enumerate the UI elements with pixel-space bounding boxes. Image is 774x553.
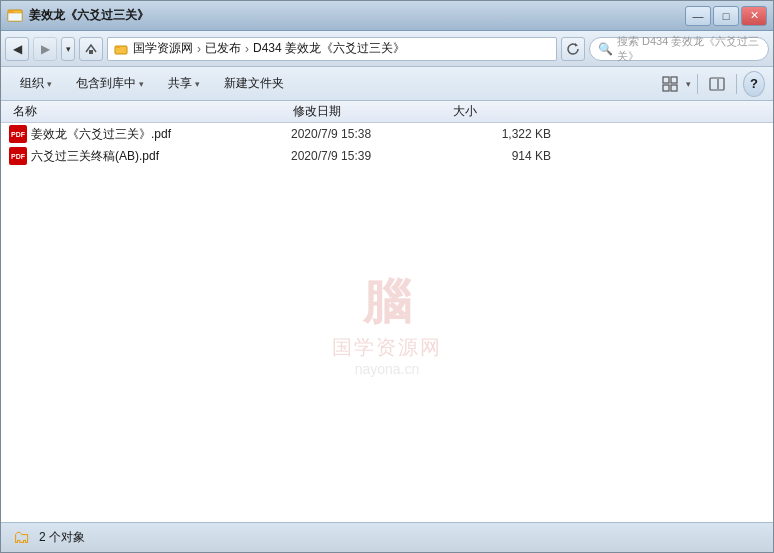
share-button[interactable]: 共享 ▾: [157, 71, 211, 97]
svg-rect-6: [663, 77, 669, 83]
svg-rect-1: [8, 13, 22, 21]
status-folder-icon: 🗂: [13, 527, 31, 548]
window-icon: [7, 8, 23, 24]
watermark: 腦 国学资源网 nayona.cn: [332, 269, 442, 376]
window-controls: — □ ✕: [685, 6, 767, 26]
file-name: 六爻过三关终稿(AB).pdf: [31, 148, 291, 165]
toolbar-separator: [697, 74, 698, 94]
maximize-button[interactable]: □: [713, 6, 739, 26]
table-row[interactable]: PDF 姜效龙《六爻过三关》.pdf 2020/7/9 15:38 1,322 …: [1, 123, 773, 145]
svg-rect-2: [9, 11, 14, 13]
search-placeholder: 搜索 D434 姜效龙《六爻过三关》: [617, 34, 760, 64]
path-segment-3: D434 姜效龙《六爻过三关》: [253, 40, 405, 57]
status-count: 2 个对象: [39, 529, 85, 546]
path-segment-2: 已发布: [205, 40, 241, 57]
organize-dropdown-arrow: ▾: [47, 79, 52, 89]
svg-rect-7: [671, 77, 677, 83]
view-button[interactable]: [657, 71, 683, 97]
file-name: 姜效龙《六爻过三关》.pdf: [31, 126, 291, 143]
file-size: 914 KB: [451, 149, 551, 163]
watermark-logo: 腦: [332, 269, 442, 333]
help-button[interactable]: ?: [743, 71, 765, 97]
refresh-button[interactable]: [561, 37, 585, 61]
column-header-date[interactable]: 修改日期: [289, 103, 449, 120]
file-date: 2020/7/9 15:38: [291, 127, 451, 141]
view-dropdown-arrow[interactable]: ▾: [686, 79, 691, 89]
nav-dropdown-button[interactable]: ▾: [61, 37, 75, 61]
svg-rect-3: [89, 50, 93, 54]
search-icon: 🔍: [598, 42, 613, 56]
share-dropdown-arrow: ▾: [195, 79, 200, 89]
organize-button[interactable]: 组织 ▾: [9, 71, 63, 97]
title-bar: 姜效龙《六爻过三关》 — □ ✕: [1, 1, 773, 31]
file-list: 腦 国学资源网 nayona.cn PDF 姜效龙《六爻过三关》.pdf 202…: [1, 123, 773, 522]
watermark-url: nayona.cn: [332, 360, 442, 376]
svg-rect-10: [710, 78, 724, 90]
status-bar: 🗂 2 个对象: [1, 522, 773, 552]
file-size: 1,322 KB: [451, 127, 551, 141]
file-date: 2020/7/9 15:39: [291, 149, 451, 163]
preview-pane-button[interactable]: [704, 71, 730, 97]
back-button[interactable]: ◀: [5, 37, 29, 61]
address-bar: ◀ ▶ ▾ 国学资源网 › 已发布 › D434 姜效龙《六爻过三关》: [1, 31, 773, 67]
toolbar: 组织 ▾ 包含到库中 ▾ 共享 ▾ 新建文件夹 ▾: [1, 67, 773, 101]
column-header-size[interactable]: 大小: [449, 103, 549, 120]
svg-rect-9: [671, 85, 677, 91]
new-folder-button[interactable]: 新建文件夹: [213, 71, 295, 97]
window-title: 姜效龙《六爻过三关》: [29, 7, 685, 24]
explorer-window: 姜效龙《六爻过三关》 — □ ✕ ◀ ▶ ▾ 国学资源网 › 已: [0, 0, 774, 553]
file-icon-pdf: PDF: [9, 125, 27, 143]
forward-button[interactable]: ▶: [33, 37, 57, 61]
watermark-site: 国学资源网: [332, 333, 442, 360]
column-header-name[interactable]: 名称: [9, 103, 289, 120]
up-button[interactable]: [79, 37, 103, 61]
address-path[interactable]: 国学资源网 › 已发布 › D434 姜效龙《六爻过三关》: [107, 37, 557, 61]
include-dropdown-arrow: ▾: [139, 79, 144, 89]
file-icon-pdf: PDF: [9, 147, 27, 165]
svg-marker-5: [575, 43, 578, 47]
close-button[interactable]: ✕: [741, 6, 767, 26]
search-box[interactable]: 🔍 搜索 D434 姜效龙《六爻过三关》: [589, 37, 769, 61]
table-row[interactable]: PDF 六爻过三关终稿(AB).pdf 2020/7/9 15:39 914 K…: [1, 145, 773, 167]
column-headers: 名称 修改日期 大小: [1, 101, 773, 123]
svg-rect-8: [663, 85, 669, 91]
minimize-button[interactable]: —: [685, 6, 711, 26]
path-segment-1: 国学资源网: [133, 40, 193, 57]
include-library-button[interactable]: 包含到库中 ▾: [65, 71, 155, 97]
toolbar-separator-2: [736, 74, 737, 94]
